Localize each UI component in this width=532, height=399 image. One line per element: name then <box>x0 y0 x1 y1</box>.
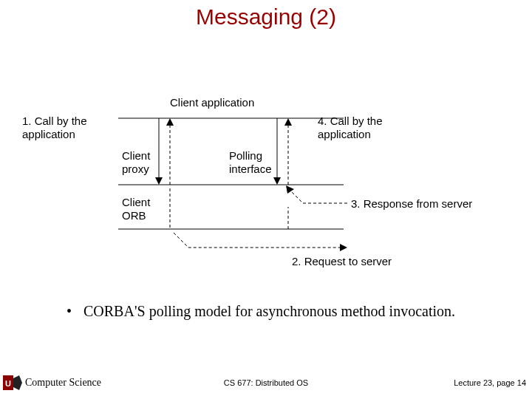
label-polling-interface: Polling interface <box>229 149 272 176</box>
bullet-marker: • <box>66 303 80 320</box>
footer-center: CS 677: Distributed OS <box>0 378 532 387</box>
label-response-3: 3. Response from server <box>351 197 472 211</box>
umass-logo: U <box>3 374 24 392</box>
svg-marker-6 <box>166 118 174 126</box>
label-client-proxy: Client proxy <box>122 149 150 176</box>
label-request-2: 2. Request to server <box>292 255 392 268</box>
footer-right: Lecture 23, page 14 <box>454 378 526 387</box>
svg-text:U: U <box>5 379 11 388</box>
slide-footer: Computer Science CS 677: Distributed OS … <box>0 371 532 389</box>
label-client-application: Client application <box>170 96 254 109</box>
label-client-orb: Client ORB <box>122 196 150 222</box>
svg-marker-10 <box>284 118 292 126</box>
svg-marker-4 <box>155 177 163 185</box>
slide-title: Messaging (2) <box>0 0 532 30</box>
corba-polling-diagram: Client application 1. Call by the applic… <box>52 74 495 281</box>
label-call-4: 4. Call by the application <box>318 115 383 141</box>
svg-marker-13 <box>340 244 347 251</box>
svg-marker-8 <box>273 177 281 185</box>
label-call-1: 1. Call by the application <box>22 115 87 141</box>
bullet-text: CORBA'S polling model for asynchronous m… <box>83 303 468 320</box>
svg-marker-12 <box>286 185 294 194</box>
diagram-svg <box>52 74 495 281</box>
bullet-point: • CORBA'S polling model for asynchronous… <box>66 303 480 320</box>
